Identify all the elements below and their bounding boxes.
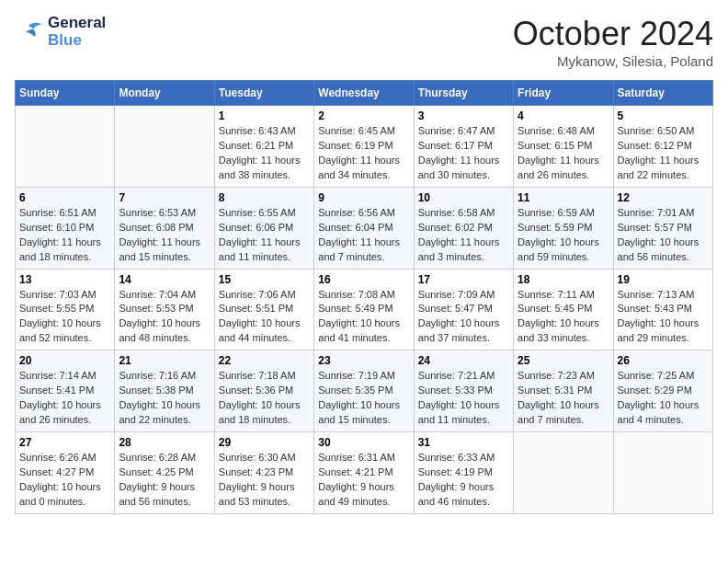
day-number: 6: [19, 191, 110, 204]
calendar-day-cell: 28 Sunrise: 6:28 AM Sunset: 4:25 PM Dayl…: [115, 432, 214, 514]
sunrise-text: Sunrise: 6:26 AM: [19, 451, 110, 465]
calendar-day-cell: 27 Sunrise: 6:26 AM Sunset: 4:27 PM Dayl…: [16, 432, 115, 514]
sunset-text: Sunset: 6:15 PM: [518, 139, 609, 154]
daylight-text: Daylight: 10 hours and 4 minutes.: [618, 398, 709, 428]
day-number: 7: [119, 191, 210, 204]
day-number: 1: [219, 109, 310, 122]
sunset-text: Sunset: 5:43 PM: [618, 302, 709, 316]
logo: General Blue: [15, 15, 106, 49]
day-info: Sunrise: 7:06 AM Sunset: 5:51 PM Dayligh…: [219, 288, 310, 347]
location: Mykanow, Silesia, Poland: [513, 53, 713, 69]
calendar-day-cell: 20 Sunrise: 7:14 AM Sunset: 5:41 PM Dayl…: [16, 350, 115, 432]
sunset-text: Sunset: 4:23 PM: [219, 465, 310, 480]
day-number: 5: [618, 109, 709, 122]
day-number: 19: [618, 273, 709, 286]
day-number: 17: [418, 273, 509, 286]
daylight-text: Daylight: 11 hours and 11 minutes.: [219, 236, 310, 265]
calendar-day-cell: 24 Sunrise: 7:21 AM Sunset: 5:33 PM Dayl…: [414, 350, 513, 432]
calendar-week-row: 13 Sunrise: 7:03 AM Sunset: 5:55 PM Dayl…: [16, 269, 713, 350]
sunset-text: Sunset: 5:55 PM: [19, 302, 110, 316]
day-info: Sunrise: 6:53 AM Sunset: 6:08 PM Dayligh…: [119, 206, 210, 265]
calendar-day-cell: 23 Sunrise: 7:19 AM Sunset: 5:35 PM Dayl…: [314, 350, 414, 432]
daylight-text: Daylight: 9 hours and 49 minutes.: [318, 480, 409, 510]
calendar-day-cell: 3 Sunrise: 6:47 AM Sunset: 6:17 PM Dayli…: [414, 106, 513, 188]
sunset-text: Sunset: 6:02 PM: [418, 221, 509, 236]
day-number: 14: [119, 273, 210, 286]
sunrise-text: Sunrise: 6:55 AM: [219, 206, 310, 221]
daylight-text: Daylight: 10 hours and 33 minutes.: [518, 316, 609, 346]
sunrise-text: Sunrise: 7:06 AM: [219, 288, 310, 303]
day-number: 15: [219, 273, 310, 286]
day-info: Sunrise: 7:11 AM Sunset: 5:45 PM Dayligh…: [518, 288, 609, 347]
daylight-text: Daylight: 10 hours and 18 minutes.: [219, 398, 310, 428]
daylight-text: Daylight: 10 hours and 15 minutes.: [318, 398, 409, 428]
calendar-day-cell: 9 Sunrise: 6:56 AM Sunset: 6:04 PM Dayli…: [314, 187, 414, 269]
sunset-text: Sunset: 6:06 PM: [219, 221, 310, 236]
day-info: Sunrise: 6:58 AM Sunset: 6:02 PM Dayligh…: [418, 206, 509, 265]
calendar-week-row: 20 Sunrise: 7:14 AM Sunset: 5:41 PM Dayl…: [16, 350, 713, 432]
sunset-text: Sunset: 5:31 PM: [518, 384, 609, 398]
sunrise-text: Sunrise: 6:30 AM: [219, 451, 310, 465]
sunrise-text: Sunrise: 7:19 AM: [318, 369, 409, 384]
day-info: Sunrise: 7:01 AM Sunset: 5:57 PM Dayligh…: [618, 206, 709, 265]
daylight-text: Daylight: 10 hours and 52 minutes.: [19, 316, 110, 346]
sunset-text: Sunset: 5:35 PM: [318, 384, 409, 398]
sunrise-text: Sunrise: 7:25 AM: [618, 369, 709, 384]
sunrise-text: Sunrise: 7:13 AM: [618, 288, 709, 303]
sunrise-text: Sunrise: 7:14 AM: [19, 369, 110, 384]
sunrise-text: Sunrise: 7:03 AM: [19, 288, 110, 303]
calendar-day-cell: 2 Sunrise: 6:45 AM Sunset: 6:19 PM Dayli…: [314, 106, 414, 188]
calendar-day-cell: 11 Sunrise: 6:59 AM Sunset: 5:59 PM Dayl…: [514, 187, 613, 269]
calendar-day-cell: 18 Sunrise: 7:11 AM Sunset: 5:45 PM Dayl…: [514, 269, 613, 350]
calendar-day-cell: 26 Sunrise: 7:25 AM Sunset: 5:29 PM Dayl…: [613, 350, 712, 432]
daylight-text: Daylight: 10 hours and 37 minutes.: [418, 316, 509, 346]
sunset-text: Sunset: 4:27 PM: [19, 465, 110, 480]
weekday-header: SundayMondayTuesdayWednesdayThursdayFrid…: [16, 81, 713, 106]
daylight-text: Daylight: 10 hours and 22 minutes.: [119, 398, 210, 428]
sunrise-text: Sunrise: 6:56 AM: [318, 206, 409, 221]
weekday-header-cell: Tuesday: [214, 81, 313, 106]
calendar-day-cell: 21 Sunrise: 7:16 AM Sunset: 5:38 PM Dayl…: [115, 350, 214, 432]
sunset-text: Sunset: 5:38 PM: [119, 384, 210, 398]
daylight-text: Daylight: 9 hours and 56 minutes.: [119, 480, 210, 510]
sunrise-text: Sunrise: 6:31 AM: [318, 451, 409, 465]
sunrise-text: Sunrise: 6:28 AM: [119, 451, 210, 465]
calendar-week-row: 6 Sunrise: 6:51 AM Sunset: 6:10 PM Dayli…: [16, 187, 713, 269]
sunrise-text: Sunrise: 7:21 AM: [418, 369, 509, 384]
sunrise-text: Sunrise: 6:47 AM: [418, 124, 509, 139]
day-number: 26: [618, 354, 709, 367]
weekday-header-cell: Thursday: [414, 81, 513, 106]
calendar-day-cell: [16, 106, 115, 188]
sunrise-text: Sunrise: 6:53 AM: [119, 206, 210, 221]
calendar-day-cell: 5 Sunrise: 6:50 AM Sunset: 6:12 PM Dayli…: [613, 106, 712, 188]
sunset-text: Sunset: 5:47 PM: [418, 302, 509, 316]
month-title: October 2024: [513, 15, 713, 53]
daylight-text: Daylight: 10 hours and 41 minutes.: [318, 316, 409, 346]
daylight-text: Daylight: 11 hours and 18 minutes.: [19, 236, 110, 265]
calendar-day-cell: 13 Sunrise: 7:03 AM Sunset: 5:55 PM Dayl…: [16, 269, 115, 350]
sunset-text: Sunset: 6:17 PM: [418, 139, 509, 154]
day-info: Sunrise: 7:08 AM Sunset: 5:49 PM Dayligh…: [318, 288, 409, 347]
calendar-day-cell: [514, 432, 613, 514]
day-info: Sunrise: 7:23 AM Sunset: 5:31 PM Dayligh…: [518, 369, 609, 428]
weekday-header-cell: Friday: [514, 81, 613, 106]
daylight-text: Daylight: 11 hours and 34 minutes.: [318, 154, 409, 183]
day-info: Sunrise: 6:50 AM Sunset: 6:12 PM Dayligh…: [618, 124, 709, 183]
day-number: 12: [618, 191, 709, 204]
calendar-day-cell: 4 Sunrise: 6:48 AM Sunset: 6:15 PM Dayli…: [514, 106, 613, 188]
sunset-text: Sunset: 6:19 PM: [318, 139, 409, 154]
day-number: 23: [318, 354, 409, 367]
day-number: 16: [318, 273, 409, 286]
calendar-body: 1 Sunrise: 6:43 AM Sunset: 6:21 PM Dayli…: [16, 106, 713, 514]
sunset-text: Sunset: 6:10 PM: [19, 221, 110, 236]
day-info: Sunrise: 6:47 AM Sunset: 6:17 PM Dayligh…: [418, 124, 509, 183]
daylight-text: Daylight: 9 hours and 53 minutes.: [219, 480, 310, 510]
page-header: General Blue October 2024 Mykanow, Siles…: [15, 15, 713, 69]
daylight-text: Daylight: 10 hours and 26 minutes.: [19, 398, 110, 428]
calendar-day-cell: 29 Sunrise: 6:30 AM Sunset: 4:23 PM Dayl…: [214, 432, 313, 514]
day-number: 31: [418, 436, 509, 449]
sunrise-text: Sunrise: 7:18 AM: [219, 369, 310, 384]
sunrise-text: Sunrise: 6:45 AM: [318, 124, 409, 139]
sunset-text: Sunset: 5:33 PM: [418, 384, 509, 398]
sunrise-text: Sunrise: 6:50 AM: [618, 124, 709, 139]
